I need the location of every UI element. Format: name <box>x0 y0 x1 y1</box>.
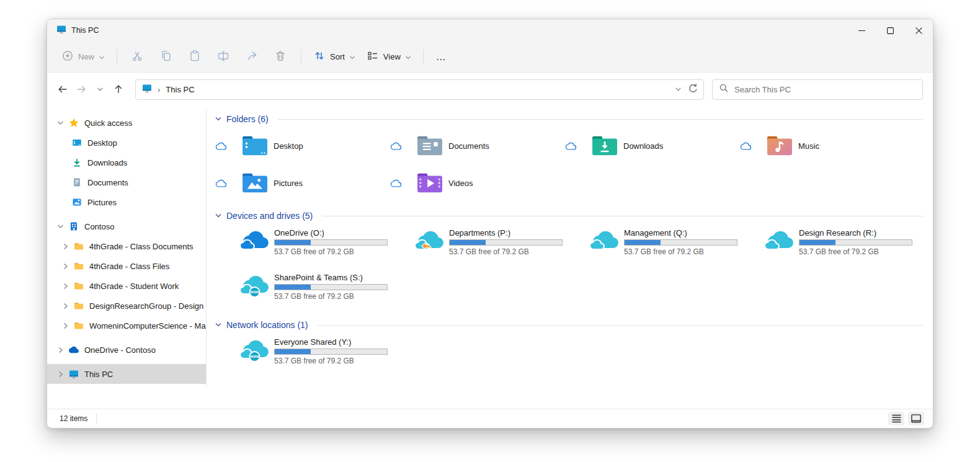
paste-button[interactable] <box>182 47 207 68</box>
sidebar-item-designresearchgroup[interactable]: DesignResearchGroup - Design Resea <box>47 296 206 316</box>
sidebar-item-quick-access[interactable]: Quick access <box>47 113 206 133</box>
drive-usage-fill <box>625 240 661 245</box>
folder-tile-videos[interactable]: Videos <box>390 164 564 202</box>
titlebar[interactable]: This PC <box>47 19 933 42</box>
this-pc-monitor-icon <box>69 369 79 379</box>
drive-tile-design-research-r[interactable]: Design Research (R:) 53.7 GB free of 79.… <box>739 228 914 266</box>
breadcrumb[interactable]: › This PC <box>142 83 195 96</box>
items-count: 12 items <box>60 414 87 423</box>
section-header-devices-and-drives[interactable]: Devices and drives (5) <box>215 210 923 221</box>
maximize-button[interactable] <box>876 19 904 42</box>
sidebar-item-label: Documents <box>87 178 128 187</box>
breadcrumb-segment[interactable]: This PC <box>166 85 194 94</box>
section-header-network-locations[interactable]: Network locations (1) <box>215 319 923 331</box>
drive-usage-bar <box>449 239 563 246</box>
sidebar-item-desktop[interactable]: Desktop <box>47 133 206 153</box>
section-header-folders[interactable]: Folders (6) <box>215 113 923 125</box>
section-title: Devices and drives (5) <box>226 211 313 221</box>
chevron-right-icon[interactable] <box>60 262 70 270</box>
drive-tile-everyone-shared-y[interactable]: WWW Everyone Shared (Y:) 53.7 GB free of… <box>215 337 390 375</box>
delete-button[interactable] <box>268 47 293 68</box>
back-button[interactable] <box>53 80 72 99</box>
folder-tile-documents[interactable]: Documents <box>390 127 564 164</box>
section-rule <box>278 119 923 120</box>
rename-button[interactable] <box>211 47 236 68</box>
recent-locations-chevron[interactable] <box>91 80 109 99</box>
new-button-label: New <box>78 52 94 61</box>
search-box[interactable] <box>712 79 923 100</box>
trash-icon <box>274 50 287 64</box>
address-bar[interactable]: › This PC <box>135 79 704 100</box>
sidebar-item-4thgrade-class-documents[interactable]: 4thGrade - Class Documents <box>47 236 206 256</box>
view-list-icon <box>367 50 379 64</box>
onedrive-cloud-drive-icon <box>240 228 270 254</box>
copy-button[interactable] <box>154 47 179 68</box>
chevron-down-icon[interactable] <box>215 113 222 125</box>
refresh-icon[interactable] <box>688 83 698 96</box>
drive-name: Departments (P:) <box>449 228 563 238</box>
chevron-right-icon[interactable] <box>60 302 70 310</box>
sidebar-item-contoso[interactable]: Contoso <box>47 216 206 236</box>
chevron-right-icon[interactable] <box>60 282 70 290</box>
chevron-down-icon[interactable] <box>55 223 65 230</box>
plus-circle-icon <box>61 50 74 64</box>
drive-free-space: 53.7 GB free of 79.2 GB <box>274 247 388 256</box>
sort-button[interactable]: Sort <box>308 47 361 68</box>
forward-button[interactable] <box>72 80 91 99</box>
sidebar-item-downloads[interactable]: Downloads <box>47 153 206 172</box>
cut-button[interactable] <box>125 47 150 68</box>
star-icon <box>69 118 79 128</box>
chevron-right-icon[interactable] <box>55 370 65 378</box>
chevron-right-icon[interactable] <box>60 322 70 330</box>
chevron-down-icon[interactable] <box>215 319 222 331</box>
address-row: › This PC <box>47 73 933 106</box>
sidebar-item-documents[interactable]: Documents <box>47 172 206 192</box>
sidebar-item-4thgrade-class-files[interactable]: 4thGrade - Class Files <box>47 256 206 276</box>
sidebar-item-label: This PC <box>84 370 113 379</box>
chevron-right-icon[interactable] <box>60 242 70 251</box>
drive-tile-departments-p[interactable]: Departments (P:) 53.7 GB free of 79.2 GB <box>390 228 564 266</box>
folder-tile-pictures[interactable]: Pictures <box>215 164 390 202</box>
copy-icon <box>160 50 172 64</box>
sidebar-item-onedrive-contoso[interactable]: OneDrive - Contoso <box>47 340 206 360</box>
new-button[interactable]: New <box>56 47 110 68</box>
chevron-right-icon[interactable] <box>55 346 65 354</box>
minimize-button[interactable] <box>847 19 876 42</box>
sidebar-item-pictures[interactable]: Pictures <box>47 192 206 212</box>
drive-tile-sharepoint-teams-s[interactable]: WWW SharePoint & Teams (S:) 53.7 GB free… <box>215 272 390 311</box>
paste-icon <box>189 50 201 64</box>
address-dropdown-chevron[interactable] <box>675 84 682 95</box>
sidebar-item-this-pc[interactable]: This PC <box>47 364 206 384</box>
drive-usage-bar <box>274 284 388 290</box>
search-icon <box>719 83 729 96</box>
folder-downloads-icon <box>590 134 619 158</box>
close-button[interactable] <box>904 19 933 42</box>
folder-tile-music[interactable]: Music <box>739 127 914 164</box>
share-button[interactable] <box>239 47 264 68</box>
download-arrow-icon <box>72 158 82 167</box>
chevron-down-icon[interactable] <box>215 210 222 221</box>
view-button[interactable]: View <box>361 47 417 68</box>
folder-tile-downloads[interactable]: Downloads <box>564 127 739 164</box>
svg-text:WWW: WWW <box>251 291 259 294</box>
sidebar-item-womenincomputerscience[interactable]: WomeninComputerScience - Manage <box>47 316 206 335</box>
sidebar-item-4thgrade-student-work[interactable]: 4thGrade - Student Work <box>47 276 206 296</box>
details-view-button[interactable] <box>888 412 904 425</box>
more-options-button[interactable]: … <box>430 51 453 63</box>
sort-button-label: Sort <box>330 52 345 61</box>
folder-icon <box>74 241 84 251</box>
sidebar-item-label: 4thGrade - Class Files <box>89 262 169 271</box>
drive-tile-management-q[interactable]: Management (Q:) 53.7 GB free of 79.2 GB <box>564 228 739 266</box>
network-grid: WWW Everyone Shared (Y:) 53.7 GB free of… <box>215 333 923 375</box>
up-button[interactable] <box>109 80 128 99</box>
cloud-status-icon <box>739 141 752 151</box>
document-icon <box>72 177 82 187</box>
drive-name: Management (Q:) <box>624 228 737 238</box>
search-input[interactable] <box>734 85 916 94</box>
sidebar-item-label: OneDrive - Contoso <box>84 345 156 355</box>
folder-icon <box>74 321 84 331</box>
folder-tile-desktop[interactable]: Desktop <box>215 127 390 164</box>
chevron-down-icon[interactable] <box>55 119 65 127</box>
large-thumbnails-view-button[interactable] <box>908 412 924 425</box>
drive-tile-onedrive-o[interactable]: OneDrive (O:) 53.7 GB free of 79.2 GB <box>215 228 390 266</box>
